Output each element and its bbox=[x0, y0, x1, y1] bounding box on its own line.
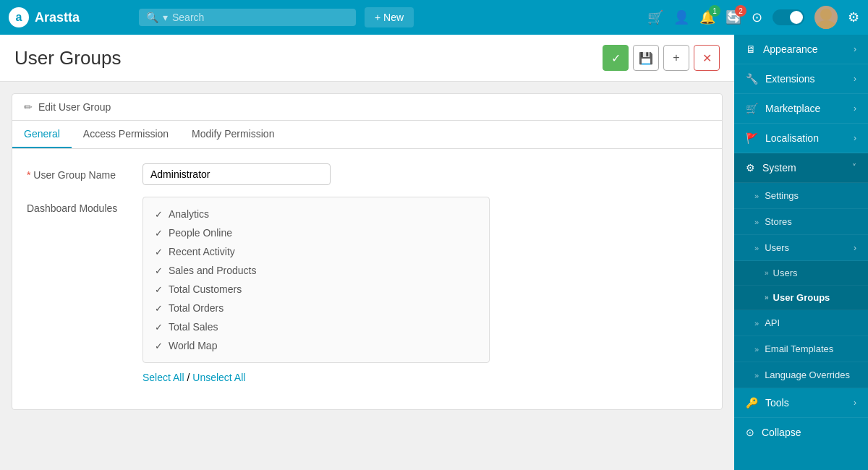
sidebar-item-tools[interactable]: 🔑 Tools › bbox=[734, 388, 868, 418]
svg-point-1 bbox=[816, 20, 836, 29]
avatar[interactable] bbox=[814, 6, 838, 29]
tab-access-permission[interactable]: Access Permission bbox=[72, 121, 180, 148]
list-item[interactable]: ✓ Total Customers bbox=[155, 280, 477, 299]
checkbox-label-total-sales[interactable]: Total Sales bbox=[169, 321, 218, 333]
list-item[interactable]: ✓ World Map bbox=[155, 336, 477, 355]
chevron-right-icon: › bbox=[854, 398, 856, 408]
gear-icon[interactable]: ⚙ bbox=[848, 9, 859, 25]
double-chevron-icon: » bbox=[754, 192, 759, 200]
sidebar-subitem-stores[interactable]: » Stores bbox=[734, 209, 868, 235]
tabs: General Access Permission Modify Permiss… bbox=[12, 121, 722, 149]
sidebar-item-system[interactable]: ⚙ System ˅ bbox=[734, 153, 868, 183]
sidebar-item-extensions[interactable]: 🔧 Extensions › bbox=[734, 64, 868, 94]
user-group-name-input[interactable] bbox=[142, 163, 331, 185]
checkbox-label-sales-products[interactable]: Sales and Products bbox=[169, 265, 256, 276]
collapse-icon: ⊙ bbox=[746, 427, 754, 438]
checkbox-label-world-map[interactable]: World Map bbox=[169, 340, 217, 351]
save-close-button[interactable]: 💾 bbox=[633, 45, 659, 71]
main-content: User Groups ✓ 💾 + ✕ ✏ Edit User Group Ge… bbox=[0, 35, 734, 470]
logo-icon: a bbox=[9, 7, 29, 27]
sidebar-item-localisation[interactable]: 🚩 Localisation › bbox=[734, 124, 868, 153]
sidebar-deep-subitem-user-groups[interactable]: » User Groups bbox=[734, 286, 868, 310]
required-indicator: * bbox=[27, 169, 33, 181]
list-item[interactable]: ✓ Analytics bbox=[155, 205, 477, 223]
monitor-icon: 🖥 bbox=[746, 43, 756, 55]
cart-icon[interactable]: 🛒 bbox=[647, 9, 663, 25]
select-all-link[interactable]: Select All bbox=[142, 372, 184, 383]
list-item[interactable]: ✓ Total Sales bbox=[155, 317, 477, 336]
chevron-right-icon: › bbox=[854, 103, 856, 114]
sidebar-item-label: Tools bbox=[765, 397, 789, 409]
check-icon-total-customers: ✓ bbox=[155, 284, 163, 295]
add-button[interactable]: + bbox=[663, 45, 689, 71]
sidebar-item-collapse[interactable]: ⊙ Collapse bbox=[734, 418, 868, 447]
toggle-knob bbox=[790, 11, 803, 24]
sidebar-deep-label: Users bbox=[773, 268, 798, 278]
sidebar-subitem-label: Email Templates bbox=[765, 343, 833, 354]
tab-general[interactable]: General bbox=[12, 121, 72, 148]
double-chevron-icon: » bbox=[754, 218, 759, 226]
marketplace-icon: 🛒 bbox=[746, 103, 758, 114]
save-button[interactable]: ✓ bbox=[603, 45, 629, 71]
list-item[interactable]: ✓ Total Orders bbox=[155, 299, 477, 317]
notification-icon[interactable]: 🔔 1 bbox=[699, 9, 715, 25]
sidebar-subitem-settings[interactable]: » Settings bbox=[734, 183, 868, 209]
logo-area[interactable]: a Arastta bbox=[9, 7, 139, 27]
check-icon-people-online: ✓ bbox=[155, 228, 163, 239]
check-icon-recent-activity: ✓ bbox=[155, 247, 163, 257]
edit-card: ✏ Edit User Group General Access Permiss… bbox=[12, 93, 723, 410]
checkbox-label-people-online[interactable]: People Online bbox=[169, 227, 232, 239]
pencil-icon: ✏ bbox=[24, 101, 33, 113]
chevron-right-icon: › bbox=[854, 243, 856, 253]
sidebar-item-label: System bbox=[762, 162, 796, 174]
sidebar-item-label: Appearance bbox=[763, 43, 818, 55]
sidebar-deep-label: User Groups bbox=[773, 292, 830, 303]
checkbox-label-analytics[interactable]: Analytics bbox=[169, 208, 209, 220]
sidebar-subitem-email-templates[interactable]: » Email Templates bbox=[734, 336, 868, 362]
sidebar-subitem-label: Language Overrides bbox=[765, 369, 850, 380]
list-item[interactable]: ✓ People Online bbox=[155, 223, 477, 242]
delete-button[interactable]: ✕ bbox=[694, 45, 720, 71]
check-icon-world-map: ✓ bbox=[155, 341, 163, 351]
checkbox-label-recent-activity[interactable]: Recent Activity bbox=[169, 246, 235, 257]
dashboard-modules-container: ✓ Analytics ✓ People Online ✓ Recent Act… bbox=[142, 197, 490, 383]
chevron-right-icon: › bbox=[854, 74, 856, 84]
user-icon[interactable]: 👤 bbox=[673, 9, 689, 25]
circle-icon[interactable]: ⊙ bbox=[752, 9, 762, 25]
sidebar-subitem-language-overrides[interactable]: » Language Overrides bbox=[734, 362, 868, 388]
nav-icons: 🛒 👤 🔔 1 🔄 2 ⊙ ⚙ bbox=[647, 6, 859, 29]
search-input[interactable] bbox=[172, 12, 349, 23]
page-header: User Groups ✓ 💾 + ✕ bbox=[0, 35, 734, 82]
svg-point-0 bbox=[820, 9, 832, 20]
double-chevron-icon: » bbox=[765, 269, 769, 277]
checkbox-label-total-orders[interactable]: Total Orders bbox=[169, 302, 224, 314]
checkbox-label-total-customers[interactable]: Total Customers bbox=[169, 283, 242, 295]
tab-modify-permission[interactable]: Modify Permission bbox=[180, 121, 286, 148]
card-title: Edit User Group bbox=[38, 101, 111, 113]
sidebar-subitem-users[interactable]: » Users › bbox=[734, 235, 868, 261]
select-links: Select All / Unselect All bbox=[142, 372, 490, 383]
search-icon: 🔍 bbox=[146, 12, 158, 23]
chevron-right-icon: › bbox=[854, 44, 856, 54]
tab-content-general: * User Group Name Dashboard Modules ✓ An… bbox=[12, 149, 722, 409]
sync-icon[interactable]: 🔄 2 bbox=[726, 9, 741, 25]
sidebar-item-appearance[interactable]: 🖥 Appearance › bbox=[734, 35, 868, 64]
search-area[interactable]: 🔍 ▾ bbox=[139, 9, 356, 26]
chevron-down-icon: ˅ bbox=[852, 163, 856, 173]
list-item[interactable]: ✓ Sales and Products bbox=[155, 261, 477, 280]
double-chevron-icon: » bbox=[754, 371, 759, 380]
sidebar-subitem-api[interactable]: » API bbox=[734, 310, 868, 336]
sidebar-item-marketplace[interactable]: 🛒 Marketplace › bbox=[734, 94, 868, 124]
list-item[interactable]: ✓ Recent Activity bbox=[155, 242, 477, 261]
new-button[interactable]: + New bbox=[365, 7, 414, 27]
unselect-all-link[interactable]: Unselect All bbox=[192, 372, 245, 383]
localisation-icon: 🚩 bbox=[746, 132, 758, 144]
notification-badge: 1 bbox=[709, 5, 720, 17]
search-dropdown-icon[interactable]: ▾ bbox=[163, 12, 168, 23]
page-actions: ✓ 💾 + ✕ bbox=[603, 45, 720, 71]
toggle-switch[interactable] bbox=[773, 9, 804, 25]
app-name: Arastta bbox=[35, 10, 80, 25]
chevron-right-icon: › bbox=[854, 133, 856, 143]
tools-icon: 🔑 bbox=[746, 397, 758, 409]
sidebar-deep-subitem-users[interactable]: » Users bbox=[734, 261, 868, 286]
